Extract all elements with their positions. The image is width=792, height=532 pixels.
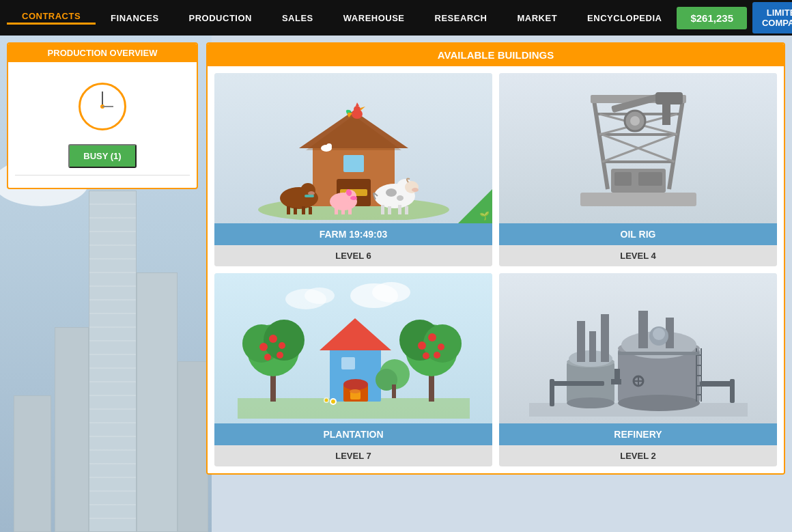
svg-rect-78 xyxy=(341,357,355,369)
svg-rect-25 xyxy=(287,206,290,214)
svg-rect-50 xyxy=(655,92,683,104)
nav-item-contracts[interactable]: CONTRACTS xyxy=(7,11,96,25)
available-buildings-title: AVAILABLE BUILDINGS xyxy=(208,44,784,66)
svg-point-91 xyxy=(372,282,410,303)
oil-rig-svg xyxy=(553,80,724,216)
production-overview-panel: PRODUCTION OVERVIEW BUSY (1) xyxy=(7,42,198,189)
svg-point-8 xyxy=(354,106,360,113)
nav-item-encyclopedia[interactable]: ENCYCLOPEDIA xyxy=(572,13,677,23)
svg-rect-51 xyxy=(662,104,670,125)
main-content: PRODUCTION OVERVIEW BUSY (1) AVAILABLE B… xyxy=(0,36,792,532)
svg-rect-124 xyxy=(618,352,700,355)
svg-point-53 xyxy=(630,116,640,126)
svg-point-73 xyxy=(438,344,444,350)
farm-image-area: 🌱 xyxy=(214,73,492,223)
svg-point-126 xyxy=(653,328,665,340)
svg-rect-27 xyxy=(302,206,305,214)
refinery-label: REFINERY xyxy=(499,423,777,445)
farm-building-card[interactable]: 🌱 FARM 19:49:03 LEVEL 6 xyxy=(214,73,492,266)
svg-rect-36 xyxy=(348,208,352,214)
busy-status-button[interactable]: BUSY (1) xyxy=(68,144,136,168)
badge-icon: 🌱 xyxy=(477,208,492,223)
svg-rect-20 xyxy=(405,206,408,214)
clock-container xyxy=(15,69,190,144)
farm-badge: 🌱 xyxy=(458,189,492,223)
svg-rect-18 xyxy=(388,206,391,214)
right-panel: AVAILABLE BUILDINGS xyxy=(206,42,785,525)
svg-point-64 xyxy=(279,342,285,349)
svg-point-22 xyxy=(412,188,419,192)
company-name: LIMITED COMPANY xyxy=(762,8,792,28)
svg-point-86 xyxy=(324,398,328,402)
svg-rect-28 xyxy=(309,207,312,214)
svg-rect-105 xyxy=(601,314,609,362)
svg-rect-55 xyxy=(614,172,632,186)
svg-rect-30 xyxy=(305,195,314,197)
svg-rect-35 xyxy=(341,208,345,214)
svg-point-16 xyxy=(397,195,404,201)
svg-point-75 xyxy=(434,352,440,359)
svg-point-97 xyxy=(618,395,700,411)
production-overview-title: PRODUCTION OVERVIEW xyxy=(8,44,197,62)
nav-item-production[interactable]: PRODUCTION xyxy=(174,13,267,23)
nav-item-market[interactable]: MARKET xyxy=(503,13,573,23)
refinery-building-card[interactable]: REFINERY LEVEL 2 xyxy=(499,273,777,466)
farm-svg xyxy=(244,76,463,220)
svg-point-72 xyxy=(428,333,436,341)
svg-rect-106 xyxy=(638,311,648,348)
svg-point-33 xyxy=(350,196,357,200)
svg-rect-104 xyxy=(589,331,596,362)
nav-item-research[interactable]: RESEARCH xyxy=(420,13,503,23)
company-button[interactable]: LIMITED COMPANY level 17 ▼ xyxy=(752,2,792,33)
refinery-level: LEVEL 2 xyxy=(499,445,777,466)
svg-rect-34 xyxy=(335,208,338,214)
svg-point-93 xyxy=(305,288,335,304)
refinery-svg xyxy=(529,280,748,417)
nav-right: $261,235 LIMITED COMPANY level 17 ▼ xyxy=(677,2,792,33)
available-buildings-panel: AVAILABLE BUILDINGS xyxy=(206,42,785,475)
svg-point-62 xyxy=(259,343,268,351)
svg-rect-4 xyxy=(343,155,364,172)
svg-point-82 xyxy=(350,389,360,393)
plantation-building-card[interactable]: PLANTATION LEVEL 7 xyxy=(214,273,492,466)
svg-point-80 xyxy=(343,379,368,390)
nav-item-warehouse[interactable]: WAREHOUSE xyxy=(328,13,420,23)
svg-rect-110 xyxy=(550,381,604,386)
left-panel: PRODUCTION OVERVIEW BUSY (1) xyxy=(7,42,198,525)
farm-level: LEVEL 6 xyxy=(214,245,492,266)
svg-rect-109 xyxy=(614,369,620,382)
busy-clock xyxy=(79,83,126,130)
plantation-label: PLANTATION xyxy=(214,423,492,445)
svg-point-66 xyxy=(277,352,283,359)
nav-item-sales[interactable]: SALES xyxy=(267,13,328,23)
farm-label: FARM 19:49:03 xyxy=(214,223,492,245)
oil-rig-building-card[interactable]: OIL RIG LEVEL 4 xyxy=(499,73,777,266)
svg-point-74 xyxy=(423,352,429,359)
svg-marker-5 xyxy=(306,115,401,150)
refinery-image-area xyxy=(499,273,777,423)
svg-rect-112 xyxy=(700,381,734,387)
svg-rect-111 xyxy=(550,379,554,406)
svg-marker-77 xyxy=(320,318,391,350)
svg-rect-89 xyxy=(392,384,396,398)
nav-items: CONTRACTS FINANCES PRODUCTION SALES WARE… xyxy=(7,11,677,25)
svg-rect-113 xyxy=(730,379,735,403)
svg-marker-9 xyxy=(360,107,365,111)
svg-point-12 xyxy=(326,143,332,149)
svg-point-65 xyxy=(264,354,271,361)
oil-rig-level: LEVEL 4 xyxy=(499,245,777,266)
plantation-svg xyxy=(238,279,470,419)
overview-divider xyxy=(15,175,190,176)
balance-button[interactable]: $261,235 xyxy=(677,7,747,29)
oil-rig-image-area xyxy=(499,73,777,223)
svg-rect-103 xyxy=(577,321,585,362)
oil-rig-label: OIL RIG xyxy=(499,223,777,245)
svg-rect-26 xyxy=(294,208,297,214)
svg-point-71 xyxy=(418,341,426,350)
svg-marker-10 xyxy=(356,102,359,106)
plantation-level: LEVEL 7 xyxy=(214,445,492,466)
svg-point-15 xyxy=(386,188,397,197)
nav-item-finances[interactable]: FINANCES xyxy=(96,13,173,23)
svg-rect-56 xyxy=(638,172,662,186)
svg-rect-19 xyxy=(398,205,401,214)
